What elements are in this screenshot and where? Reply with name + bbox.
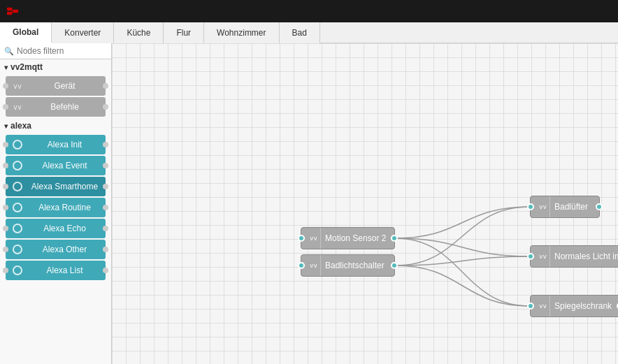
fn-label-motion-sensor-2: Motion Sensor 2: [325, 233, 386, 243]
search-input[interactable]: [17, 46, 107, 56]
fn-icon-badlichtschalter: vv: [307, 255, 321, 276]
sidebar-node-alexa-smarthome[interactable]: Alexa Smarthome: [6, 177, 106, 196]
port-left: [3, 205, 8, 210]
port-left: [3, 83, 8, 89]
node-label: Alexa Routine: [28, 203, 101, 212]
port-left: [3, 104, 8, 110]
svg-rect-2: [13, 10, 18, 13]
fn-port-right-badlichtschalter: [391, 262, 398, 269]
search-icon: 🔍: [4, 47, 14, 56]
sidebar-node-alexa-init[interactable]: Alexa Init: [6, 135, 106, 154]
sidebar-node-alexa-list[interactable]: Alexa List: [6, 261, 106, 280]
connection-motion-sensor-2-badlufter: [395, 207, 530, 238]
section-alexa[interactable]: ▾alexa: [0, 118, 111, 133]
tab-wohnzimmer[interactable]: Wohnzimmer: [204, 22, 279, 43]
sidebar-node-befehle[interactable]: vv Befehle: [6, 97, 106, 117]
port-right: [103, 142, 108, 147]
fn-label-spiegelschrank: Spiegelschrank: [554, 301, 612, 311]
main-layout: 🔍 ▾vv2mqtt vv Gerät vv Befehle ▾alexa Al…: [0, 43, 618, 364]
circle-icon: [10, 219, 25, 238]
sidebar-node-alexa-routine[interactable]: Alexa Routine: [6, 198, 106, 217]
node-label: Alexa Smarthome: [28, 182, 101, 191]
port-left: [3, 268, 8, 273]
port-left: [3, 142, 8, 147]
svg-rect-0: [7, 8, 12, 10]
circle-icon: [10, 198, 25, 217]
connection-badlichtschalter-normales-licht: [395, 256, 530, 265]
svg-line-4: [12, 11, 13, 13]
sidebar-scroll[interactable]: ▾vv2mqtt vv Gerät vv Befehle ▾alexa Alex…: [0, 59, 111, 364]
port-left: [3, 184, 8, 189]
sidebar-node-alexa-other[interactable]: Alexa Other: [6, 240, 106, 259]
svg-line-3: [12, 9, 13, 11]
circle-icon: [10, 135, 25, 154]
node-label: Alexa Other: [28, 245, 101, 254]
fn-port-left-normales-licht: [527, 253, 534, 260]
titlebar: [0, 0, 618, 22]
search-bar: 🔍: [0, 43, 111, 59]
connection-badlichtschalter-spiegelschrank: [395, 265, 530, 306]
node-label: Gerät: [28, 81, 101, 91]
fn-port-left-badlichtschalter: [298, 262, 305, 269]
flow-node-badlichtschalter[interactable]: vv Badlichtschalter: [301, 254, 395, 277]
app-logo: [7, 6, 27, 17]
circle-icon: [10, 177, 25, 196]
fn-label-badlichtschalter: Badlichtschalter: [325, 261, 385, 270]
tab-bad[interactable]: Bad: [280, 22, 320, 43]
port-right: [103, 163, 108, 168]
node-label: Alexa List: [28, 265, 101, 275]
port-left: [3, 163, 8, 168]
tabbar: GlobalKonverterKücheFlurWohnzimmerBad: [0, 22, 618, 43]
sidebar-node-gerat[interactable]: vv Gerät: [6, 76, 106, 96]
tab-flur[interactable]: Flur: [164, 22, 204, 43]
node-label: Alexa Echo: [28, 224, 101, 233]
node-label: Befehle: [28, 102, 101, 112]
fn-port-right-motion-sensor-2: [391, 235, 398, 242]
fn-icon-badlufter: vv: [536, 196, 550, 217]
fn-label-normales-licht: Normales Licht im Bad: [554, 252, 618, 261]
port-right: [103, 226, 108, 231]
fn-port-left-badlufter: [527, 203, 534, 210]
circle-icon: [10, 156, 25, 175]
sidebar: 🔍 ▾vv2mqtt vv Gerät vv Befehle ▾alexa Al…: [0, 43, 112, 364]
tab-global[interactable]: Global: [0, 22, 52, 43]
port-right: [103, 83, 108, 89]
tab-konverter[interactable]: Konverter: [52, 22, 114, 43]
chevron-icon: ▾: [4, 122, 8, 130]
fn-port-left-motion-sensor-2: [298, 235, 305, 242]
sidebar-node-alexa-echo[interactable]: Alexa Echo: [6, 219, 106, 238]
port-right: [103, 104, 108, 110]
port-left: [3, 226, 8, 231]
circle-icon: [10, 240, 25, 259]
port-right: [103, 205, 108, 210]
flow-node-spiegelschrank[interactable]: vv Spiegelschrank: [530, 295, 618, 317]
svg-rect-1: [7, 12, 12, 15]
section-vv2mqtt[interactable]: ▾vv2mqtt: [0, 59, 111, 75]
node-label: Alexa Init: [28, 140, 101, 150]
flow-node-badlufter[interactable]: vv Badlüfter: [530, 196, 600, 218]
sidebar-node-alexa-event[interactable]: Alexa Event: [6, 156, 106, 175]
port-right: [103, 268, 108, 273]
fn-icon-spiegelschrank: vv: [536, 296, 550, 316]
tab-kuche[interactable]: Küche: [114, 22, 164, 43]
port-right: [103, 247, 108, 252]
node-red-logo-icon: [7, 6, 22, 17]
canvas[interactable]: vv Motion Sensor 2 vv Badlichtschalter v…: [112, 43, 618, 364]
ww-icon: vv: [10, 97, 25, 117]
connection-motion-sensor-2-normales-licht: [395, 238, 530, 256]
flow-node-motion-sensor-2[interactable]: vv Motion Sensor 2: [301, 227, 395, 249]
connection-badlichtschalter-badlufter: [395, 207, 530, 265]
flow-node-normales-licht[interactable]: vv Normales Licht im Bad: [530, 245, 618, 268]
port-left: [3, 247, 8, 252]
fn-label-badlufter: Badlüfter: [554, 202, 588, 212]
connection-motion-sensor-2-spiegelschrank: [395, 238, 530, 306]
node-label: Alexa Event: [28, 161, 101, 170]
circle-icon: [10, 261, 25, 280]
fn-port-right-badlufter: [596, 203, 603, 210]
fn-icon-motion-sensor-2: vv: [307, 228, 321, 249]
chevron-icon: ▾: [4, 64, 8, 71]
fn-port-left-spiegelschrank: [527, 303, 534, 310]
ww-icon: vv: [10, 76, 25, 96]
port-right: [103, 184, 108, 189]
fn-icon-normales-licht: vv: [536, 246, 550, 267]
